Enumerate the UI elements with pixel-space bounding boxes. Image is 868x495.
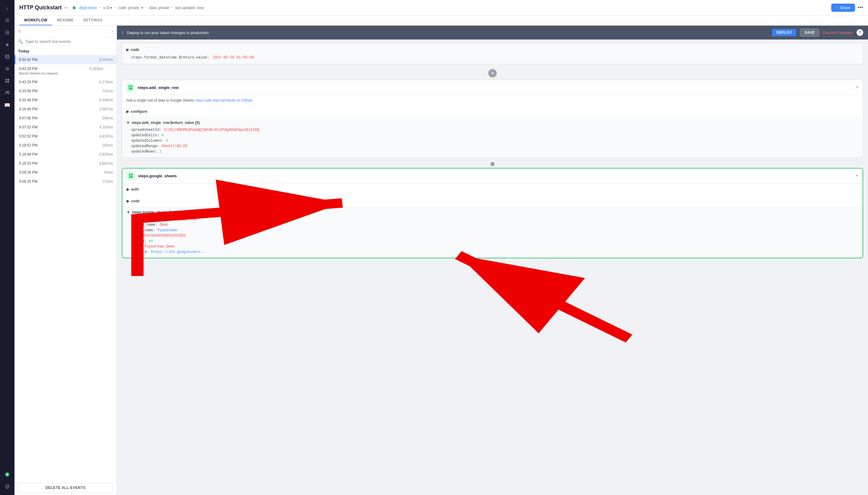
event-duration: 6,293ms bbox=[89, 67, 103, 71]
data-row-name: name: Pipedream Demo bbox=[126, 244, 858, 249]
version-badge[interactable]: v.10 ▾ bbox=[103, 6, 112, 10]
gsheets-return-title[interactable]: ▼ steps.google_sheets.$return_value {8} bbox=[126, 210, 858, 214]
left-panel-header: ≡ › bbox=[15, 25, 117, 37]
gsheets-return-arrow: ▼ bbox=[126, 210, 130, 214]
event-item[interactable]: 6:43:28 PM 8,173ms bbox=[15, 78, 117, 86]
event-item[interactable]: 6:07:06 PM 206ms bbox=[15, 114, 117, 123]
event-item[interactable]: 6:07:02 PM 4,183ms bbox=[15, 123, 117, 132]
account-label: @pd-demo bbox=[79, 6, 97, 10]
event-duration: 3,861ms bbox=[99, 161, 113, 166]
close-add-row[interactable]: × bbox=[856, 85, 859, 90]
event-item[interactable]: 5:16:33 PM 3,861ms bbox=[15, 159, 117, 168]
step-header-gsheets: steps.google_sheets × bbox=[122, 169, 863, 183]
nav-icon-users[interactable] bbox=[2, 87, 13, 98]
search-input[interactable] bbox=[25, 39, 113, 44]
svg-rect-13 bbox=[129, 86, 132, 87]
auth-label[interactable]: ▶ auth bbox=[126, 186, 858, 193]
code-label-gsheets[interactable]: ▶ code bbox=[126, 198, 858, 204]
return-arrow: ▼ bbox=[126, 121, 130, 125]
search-box: 🔍 bbox=[15, 37, 117, 46]
tab-settings[interactable]: SETTINGS bbox=[79, 16, 107, 25]
nav-icon-db[interactable] bbox=[2, 51, 13, 62]
event-duration: 53ms bbox=[104, 170, 113, 174]
google-sheets-icon bbox=[126, 172, 135, 180]
event-item[interactable]: 6:43:28 PM 6,293ms $send: favicon.ico re… bbox=[15, 64, 117, 78]
data-row-locale: locale: en bbox=[126, 238, 858, 244]
data-row-given: given_name: Pipedream bbox=[126, 227, 858, 233]
collapse-icon[interactable]: › bbox=[111, 29, 113, 34]
event-duration: 741ms bbox=[102, 89, 113, 93]
event-time: 6:43:28 PM bbox=[19, 80, 37, 84]
app-title: HTTP Quickstart bbox=[19, 4, 62, 11]
tab-workflow[interactable]: WORKFLOW bbox=[19, 16, 52, 25]
event-item[interactable]: 5:09:26 PM 53ms bbox=[15, 168, 117, 177]
tab-readme[interactable]: README bbox=[52, 16, 79, 25]
event-duration: 206ms bbox=[102, 116, 113, 120]
nav-icon-book[interactable]: 📖 bbox=[2, 100, 13, 110]
event-item[interactable]: 6:33:48 PM 9,345ms bbox=[15, 96, 117, 105]
scroll-connector bbox=[122, 160, 863, 168]
data-row-picture: picture: https://lh3.googleuserc... bbox=[126, 249, 858, 255]
event-sublabel: $send: favicon.ico request bbox=[19, 71, 103, 75]
gsheets-return-section: ▼ steps.google_sheets.$return_value {8} … bbox=[122, 207, 863, 258]
event-item[interactable]: 5:09:25 PM 313ms bbox=[15, 177, 117, 186]
data-row-family: family_name: Demo bbox=[126, 222, 858, 227]
event-time: 6:33:58 PM bbox=[19, 89, 37, 93]
step-title-add-row: steps.add_single_row bbox=[138, 85, 853, 90]
svg-rect-5 bbox=[5, 79, 7, 81]
deploy-button[interactable]: DEPLOY bbox=[772, 29, 796, 36]
event-time: 5:09:25 PM bbox=[19, 180, 37, 184]
auth-section: ▶ auth bbox=[122, 183, 863, 195]
nav-icon-gear[interactable]: ⚙ bbox=[2, 63, 13, 74]
close-gsheets[interactable]: × bbox=[856, 173, 858, 178]
discard-link[interactable]: Discard Changes bbox=[823, 31, 853, 35]
step-desc-add-row: Add a single row of data to Google Sheet… bbox=[126, 98, 253, 102]
return-value-title[interactable]: ▼ steps.add_single_row.$return_value {5} bbox=[126, 121, 859, 125]
icon-sidebar: › ⚙ 📖 @ bbox=[0, 0, 15, 495]
svg-rect-18 bbox=[129, 175, 132, 176]
auth-arrow: ▶ bbox=[126, 187, 129, 191]
code-visibility: code: private bbox=[118, 6, 139, 10]
nav-icon-grid[interactable] bbox=[2, 75, 13, 86]
code-label: code bbox=[131, 48, 139, 52]
return-path-label: steps.format_datetime.$return_value: bbox=[131, 55, 209, 60]
event-item[interactable]: 6:16:40 PM 3,007ms bbox=[15, 105, 117, 114]
data-row-id: id: 105415049559856282093 bbox=[126, 233, 858, 238]
event-time: 5:16:33 PM bbox=[19, 161, 37, 166]
nav-icon-upload[interactable] bbox=[2, 469, 13, 480]
add-step-button[interactable]: + bbox=[488, 69, 497, 78]
nav-icon-at[interactable]: @ bbox=[2, 481, 13, 492]
nav-icon-arrow[interactable] bbox=[2, 27, 13, 38]
return-value: 2021-05-26 01:50:50 bbox=[212, 55, 254, 60]
share-button[interactable]: ↑ Share bbox=[831, 4, 855, 12]
event-time: 5:52:02 PM bbox=[19, 134, 37, 138]
event-item[interactable]: 5:18:52 PM 181ms bbox=[15, 141, 117, 150]
configure-label[interactable]: ▶ configure bbox=[126, 108, 859, 115]
left-panel: ≡ › 🔍 Today 6:50:42 PM 9,154ms bbox=[15, 25, 117, 495]
events-list: Today 6:50:42 PM 9,154ms 6:43:28 PM 6,29… bbox=[15, 46, 117, 480]
event-item[interactable]: 5:52:02 PM 4,419ms bbox=[15, 132, 117, 141]
event-duration: 9,345ms bbox=[99, 98, 113, 102]
event-time: 6:43:28 PM bbox=[19, 67, 37, 71]
edit-icon[interactable]: ✏ bbox=[64, 5, 68, 10]
header-right: ↑ Share ••• bbox=[831, 4, 863, 12]
last-updated: last updated: now bbox=[175, 6, 204, 10]
nav-icon-pin[interactable] bbox=[2, 39, 13, 50]
event-item[interactable]: 5:18:49 PM 2,825ms bbox=[15, 150, 117, 159]
github-link[interactable]: View code and contribute on Github. bbox=[195, 98, 253, 102]
code-section-label[interactable]: ▶ code bbox=[126, 47, 859, 53]
collapse-arrow: ▶ bbox=[126, 48, 129, 52]
svg-rect-0 bbox=[5, 19, 9, 20]
help-button[interactable]: ? bbox=[856, 29, 863, 36]
sidebar-expand-icon[interactable]: › bbox=[2, 3, 13, 14]
event-item[interactable]: 6:33:58 PM 741ms bbox=[15, 86, 117, 96]
search-icon: 🔍 bbox=[18, 39, 23, 44]
delete-all-button[interactable]: DELETE ALL EVENTS bbox=[18, 483, 113, 493]
svg-point-10 bbox=[8, 91, 9, 92]
event-item[interactable]: 6:50:42 PM 9,154ms bbox=[15, 55, 117, 64]
more-button[interactable]: ••• bbox=[857, 4, 863, 11]
svg-rect-15 bbox=[129, 88, 131, 89]
deploy-message: Deploy to run your latest changes in pro… bbox=[127, 31, 768, 35]
save-button[interactable]: SAVE bbox=[800, 29, 819, 36]
nav-icon-list[interactable] bbox=[2, 15, 13, 26]
